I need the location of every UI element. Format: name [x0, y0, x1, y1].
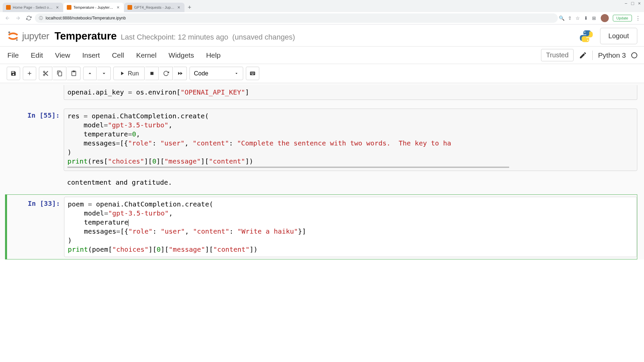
- nav-reload-button[interactable]: [24, 13, 34, 23]
- tab-title: Home Page - Select or create...: [13, 5, 53, 9]
- move-up-button[interactable]: [83, 67, 97, 80]
- bookmark-icon[interactable]: ☆: [575, 15, 581, 21]
- run-button[interactable]: Run: [113, 67, 145, 80]
- extensions-icon[interactable]: ⊞: [591, 15, 597, 21]
- code-cell[interactable]: In [55]: res = openai.ChatCompletion.cre…: [7, 107, 637, 173]
- cell-prompt: In [55]:: [7, 109, 64, 171]
- cell-input-area[interactable]: openai.api_key = os.environ["OPENAI_API_…: [64, 85, 637, 100]
- text-cursor: [128, 220, 128, 226]
- window-minimize-icon[interactable]: −: [624, 1, 628, 5]
- interrupt-button[interactable]: [145, 67, 159, 80]
- share-icon[interactable]: ⇧: [567, 15, 573, 21]
- code-text: =: [116, 139, 120, 147]
- trusted-badge[interactable]: Trusted: [541, 49, 574, 61]
- code-cell-selected[interactable]: In [33]: poem = openai.ChatCompletion.cr…: [5, 194, 637, 259]
- new-tab-button[interactable]: +: [185, 3, 194, 12]
- browser-tab-temperature[interactable]: Temperature - Jupyter Notebo... ×: [63, 3, 124, 12]
- zoom-icon[interactable]: 🔍: [559, 15, 565, 21]
- menu-cell[interactable]: Cell: [111, 50, 125, 61]
- code-text: "gpt-3.5-turbo": [108, 209, 169, 217]
- code-text: ,: [185, 227, 193, 235]
- jupyter-app: jupyter Temperature Last Checkpoint: 12 …: [0, 24, 644, 259]
- code-text: "Complete the sentence with two words. T…: [237, 139, 451, 147]
- code-text: (poem[: [88, 245, 112, 253]
- browser-tab-gpt4[interactable]: GPT4_Requests - Jupyter Not... ×: [124, 3, 184, 12]
- keyboard-icon: [250, 70, 256, 76]
- code-text: os.environ[: [132, 88, 181, 96]
- tab-title: Temperature - Jupyter Notebo...: [73, 5, 114, 9]
- browser-chrome: − □ × Home Page - Select or create... × …: [0, 0, 644, 24]
- horizontal-scrollbar[interactable]: [67, 167, 509, 168]
- pencil-icon[interactable]: [579, 51, 587, 59]
- code-text: [{: [120, 227, 128, 235]
- nav-back-button[interactable]: [3, 13, 12, 23]
- code-text: ,: [184, 139, 193, 147]
- cell-type-dropdown[interactable]: Code: [190, 67, 243, 80]
- cell-type-value: Code: [194, 70, 208, 77]
- code-text: =: [88, 200, 92, 208]
- update-button[interactable]: Update: [613, 15, 632, 21]
- code-text: ][: [156, 157, 164, 165]
- close-icon[interactable]: ×: [116, 5, 120, 10]
- restart-button[interactable]: [159, 67, 173, 80]
- code-text: messages: [67, 139, 116, 147]
- fast-forward-icon: [177, 70, 183, 76]
- move-down-button[interactable]: [97, 67, 111, 80]
- menu-view[interactable]: View: [54, 50, 71, 61]
- browser-tab-home[interactable]: Home Page - Select or create... ×: [3, 3, 63, 12]
- code-cell[interactable]: openai.api_key = os.environ["OPENAI_API_…: [7, 83, 637, 102]
- menu-edit[interactable]: Edit: [30, 50, 44, 61]
- url-input[interactable]: ⓘ localhost:8888/notebooks/Temperature.i…: [35, 13, 558, 23]
- code-text: ]): [245, 157, 253, 165]
- chevron-down-icon: [234, 71, 239, 76]
- menu-insert[interactable]: Insert: [82, 50, 101, 61]
- copy-button[interactable]: [53, 67, 66, 80]
- add-cell-button[interactable]: [23, 67, 36, 80]
- menu-widgets[interactable]: Widgets: [168, 50, 195, 61]
- code-text: openai.ChatCompletion.create(: [92, 200, 213, 208]
- code-text: 0: [132, 130, 136, 138]
- code-text: "content": [209, 157, 245, 165]
- code-text: model: [68, 209, 104, 217]
- menu-kernel[interactable]: Kernel: [136, 50, 157, 61]
- command-palette-button[interactable]: [246, 67, 259, 80]
- code-text: =: [104, 121, 108, 129]
- nav-forward-button[interactable]: [13, 13, 23, 23]
- browser-action-icons: 🔍 ⇧ ☆ ⬇ ⊞ Update ⋮: [559, 14, 641, 22]
- close-icon[interactable]: ×: [55, 5, 60, 10]
- kebab-menu-icon[interactable]: ⋮: [635, 15, 641, 21]
- paste-button[interactable]: [67, 67, 80, 80]
- play-icon: [119, 70, 125, 76]
- download-icon[interactable]: ⬇: [583, 15, 589, 21]
- code-text: =: [128, 130, 132, 138]
- window-maximize-icon[interactable]: □: [631, 1, 635, 5]
- menu-file[interactable]: File: [7, 50, 19, 61]
- site-info-icon[interactable]: ⓘ: [39, 15, 43, 21]
- window-close-icon[interactable]: ×: [637, 1, 641, 5]
- save-button[interactable]: [7, 67, 20, 80]
- python-logo-icon: [579, 29, 593, 43]
- code-text: "OPENAI_API_KEY": [180, 88, 245, 96]
- code-text: "gpt-3.5-turbo": [108, 121, 168, 129]
- jupyter-logo[interactable]: jupyter: [7, 30, 49, 43]
- code-text: "message": [169, 245, 205, 253]
- profile-avatar[interactable]: [601, 14, 609, 22]
- code-text: model: [67, 121, 104, 129]
- code-text: "content": [193, 139, 229, 147]
- cell-prompt: [7, 85, 64, 100]
- restart-run-all-button[interactable]: [173, 67, 187, 80]
- code-text: 0: [157, 245, 161, 253]
- notebook-title[interactable]: Temperature: [55, 30, 117, 42]
- cell-output: contentment and gratitude.: [64, 175, 637, 188]
- cut-button[interactable]: [39, 67, 52, 80]
- svg-point-1: [16, 39, 18, 41]
- cell-input-area[interactable]: res = openai.ChatCompletion.create( mode…: [64, 109, 637, 171]
- menu-help[interactable]: Help: [205, 50, 221, 61]
- logout-button[interactable]: Logout: [600, 28, 637, 44]
- code-text: :: [229, 227, 237, 235]
- cell-input-area[interactable]: poem = openai.ChatCompletion.create( mod…: [64, 197, 637, 257]
- close-icon[interactable]: ×: [176, 5, 181, 10]
- unsaved-indicator: (unsaved changes): [232, 33, 295, 42]
- kernel-indicator[interactable]: Python 3: [598, 51, 626, 59]
- window-controls: − □ ×: [621, 0, 644, 7]
